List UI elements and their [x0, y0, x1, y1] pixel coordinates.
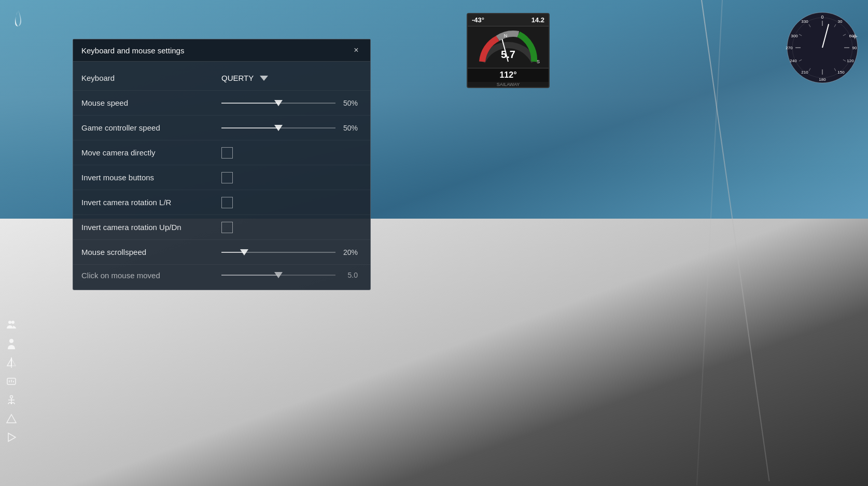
svg-text:300: 300 [791, 34, 798, 38]
mouse-scrollspeed-label: Mouse scrollspeed [81, 248, 221, 256]
game-controller-speed-track[interactable] [221, 127, 335, 128]
game-controller-speed-row: Game controller speed 50% [73, 116, 370, 140]
invert-camera-updn-label: Invert camera rotation Up/Dn [81, 223, 221, 232]
svg-point-38 [10, 396, 13, 398]
mouse-speed-value: 50% [340, 99, 358, 107]
triangle-svg-icon [6, 413, 17, 424]
sidebar-icons-panel [4, 318, 19, 445]
svg-text:270: 270 [786, 46, 793, 50]
click-mouse-moved-thumb[interactable] [274, 272, 283, 278]
crew-icon[interactable] [4, 318, 19, 333]
mouse-speed-thumb[interactable] [274, 100, 283, 106]
instrument-main: N S 5.7 [468, 26, 549, 68]
move-camera-directly-row: Move camera directly [73, 140, 370, 165]
wind-angle-display: -43° [472, 16, 484, 24]
logo-icon [8, 8, 29, 31]
settings-dialog: Keyboard and mouse settings × Keyboard Q… [73, 39, 371, 290]
svg-text:150: 150 [837, 70, 845, 75]
mouse-speed-row: Mouse speed 50% [73, 91, 370, 116]
svg-text:N: N [504, 33, 508, 38]
svg-text:30: 30 [838, 19, 843, 24]
instrument-top-row: -43° 14.2 [468, 14, 549, 26]
game-controller-speed-value: 50% [340, 124, 358, 132]
dialog-title-bar: Keyboard and mouse settings × [73, 39, 370, 62]
invert-camera-updn-checkbox[interactable] [221, 222, 233, 233]
click-mouse-moved-value: 5.0 [340, 271, 358, 279]
dropdown-arrow-icon [260, 76, 268, 81]
instruments-svg-icon [6, 375, 17, 388]
dialog-content: Keyboard QUERTY Mouse speed 50% [73, 62, 370, 290]
click-mouse-moved-slider[interactable]: 5.0 [221, 271, 362, 279]
mouse-speed-label: Mouse speed [81, 98, 221, 107]
click-mouse-moved-fill [221, 275, 278, 276]
keyboard-control[interactable]: QUERTY [221, 72, 362, 84]
svg-point-33 [9, 339, 13, 343]
invert-camera-lr-row: Invert camera rotation L/R [73, 190, 370, 215]
wind-speed-display: 14.2 [531, 16, 544, 24]
svg-text:90: 90 [852, 46, 857, 50]
triangle-icon[interactable] [4, 411, 19, 426]
instruments-icon[interactable] [4, 374, 19, 389]
invert-camera-lr-label: Invert camera rotation L/R [81, 198, 221, 207]
svg-text:240: 240 [790, 59, 797, 63]
game-controller-speed-control[interactable]: 50% [221, 124, 362, 132]
anchor-svg-icon [6, 394, 17, 406]
invert-camera-lr-control[interactable] [221, 197, 362, 208]
invert-camera-lr-checkbox[interactable] [221, 197, 233, 208]
play-svg-icon [6, 432, 17, 443]
invert-mouse-buttons-control[interactable] [221, 172, 362, 183]
svg-text:210: 210 [801, 70, 808, 75]
svg-point-32 [11, 321, 15, 324]
game-controller-speed-thumb[interactable] [274, 125, 283, 131]
play-icon[interactable] [4, 430, 19, 445]
svg-text:S: S [537, 59, 540, 64]
anchor-icon[interactable] [4, 393, 19, 407]
keyboard-value: QUERTY [221, 74, 254, 82]
mouse-scrollspeed-control[interactable]: 20% [221, 248, 362, 256]
instrument-panel: -43° 14.2 N S 5.7 112° SAILAWAY [467, 13, 550, 88]
mouse-scrollspeed-slider[interactable]: 20% [221, 248, 362, 256]
game-controller-speed-label: Game controller speed [81, 123, 221, 132]
star-icon[interactable]: ✦ [851, 31, 859, 42]
mouse-scrollspeed-thumb[interactable] [240, 249, 248, 255]
compass-rose-svg: 0 30 60 90 120 150 180 210 240 270 300 3… [785, 10, 860, 85]
game-controller-speed-fill [221, 127, 278, 128]
invert-mouse-buttons-label: Invert mouse buttons [81, 173, 221, 182]
keyboard-dropdown[interactable]: QUERTY [221, 72, 335, 84]
compass-rose-container: 0 30 60 90 120 150 180 210 240 270 300 3… [785, 10, 860, 88]
wind-gauge-svg: N S 5.7 [474, 28, 542, 67]
click-mouse-moved-label: Click on mouse moved [81, 271, 221, 280]
mouse-speed-slider[interactable]: 50% [221, 99, 362, 107]
svg-point-31 [8, 321, 11, 324]
move-camera-directly-control[interactable] [221, 147, 362, 159]
mouse-speed-track[interactable] [221, 103, 335, 104]
click-mouse-moved-control[interactable]: 5.0 [221, 271, 362, 279]
svg-marker-40 [8, 433, 16, 441]
move-camera-directly-checkbox[interactable] [221, 147, 233, 159]
move-camera-directly-label: Move camera directly [81, 148, 221, 157]
invert-mouse-buttons-checkbox[interactable] [221, 172, 233, 183]
svg-text:120: 120 [847, 59, 854, 63]
click-mouse-moved-row: Click on mouse moved 5.0 [73, 265, 370, 285]
svg-text:0: 0 [821, 15, 823, 20]
close-button[interactable]: × [351, 45, 362, 56]
mouse-speed-fill [221, 103, 278, 104]
sails-svg-icon [6, 356, 17, 369]
invert-camera-updn-control[interactable] [221, 222, 362, 233]
person-icon[interactable] [4, 337, 19, 351]
instrument-brand-label: SAILAWAY [468, 82, 549, 87]
svg-text:180: 180 [819, 77, 826, 82]
click-mouse-moved-track[interactable] [221, 275, 335, 276]
crew-svg-icon [5, 319, 18, 332]
app-logo [8, 8, 29, 33]
mouse-speed-control[interactable]: 50% [221, 99, 362, 107]
svg-text:5.7: 5.7 [501, 49, 515, 60]
mouse-scrollspeed-track[interactable] [221, 252, 335, 253]
sails-icon[interactable] [4, 355, 19, 370]
game-controller-speed-slider[interactable]: 50% [221, 124, 362, 132]
mouse-scrollspeed-row: Mouse scrollspeed 20% [73, 240, 370, 265]
person-svg-icon [6, 338, 17, 350]
mouse-scrollspeed-value: 20% [340, 248, 358, 256]
keyboard-setting-row: Keyboard QUERTY [73, 66, 370, 91]
keyboard-label: Keyboard [81, 74, 221, 82]
